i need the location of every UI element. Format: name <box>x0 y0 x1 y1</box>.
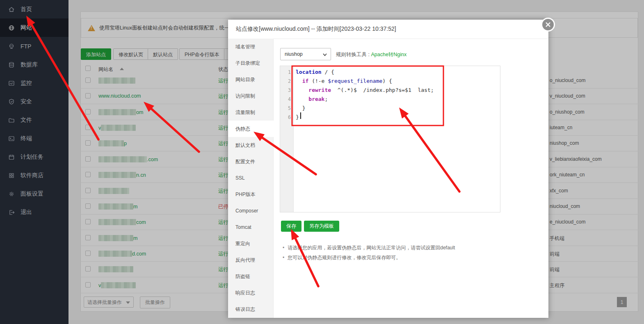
modal-menu-item[interactable]: Composer <box>228 203 273 219</box>
code-line: if (!-e $request_filename) { <box>296 77 392 86</box>
modal-menu-item[interactable]: 子目录绑定 <box>228 55 273 71</box>
modal-menu-item[interactable]: 重定向 <box>228 235 273 252</box>
chevron-down-icon <box>322 52 327 57</box>
save-as-template-button[interactable]: 另存为模板 <box>304 221 339 232</box>
modal-menu-item[interactable]: 响应日志 <box>228 285 273 301</box>
save-button[interactable]: 保存 <box>281 221 301 232</box>
modal-menu-item[interactable]: 防盗链 <box>228 268 273 285</box>
line-number: 4 <box>281 95 291 104</box>
modal-menu-item[interactable]: 伪静态 <box>228 121 274 137</box>
line-number: 5 <box>281 104 291 113</box>
app-select-value: niushop <box>285 51 303 57</box>
modal-menu-item[interactable]: 流量限制 <box>228 104 273 121</box>
code-line: rewrite ^(.*)$ /index.php?s=$1 last; <box>296 86 434 95</box>
modal-menu-item[interactable]: 默认文档 <box>228 137 273 153</box>
code-line: } <box>296 104 305 113</box>
close-icon[interactable] <box>541 18 555 32</box>
modal-menu: 域名管理子目录绑定网站目录访问限制流量限制伪静态默认文档配置文件SSLPHP版本… <box>228 39 274 318</box>
code-line: location / { <box>296 68 334 77</box>
line-number: 6 <box>281 113 291 122</box>
editor-gutter: 123456 <box>280 66 294 212</box>
modal-menu-item[interactable]: 配置文件 <box>228 153 273 170</box>
note-line: 请选择您的应用，若设置伪静态后，网站无法正常访问，请尝试设置回default <box>283 244 455 251</box>
modal-menu-item[interactable]: 域名管理 <box>228 39 273 55</box>
modal-menu-item[interactable]: Tomcat <box>228 219 273 235</box>
modal-menu-item[interactable]: PHP版本 <box>228 186 273 203</box>
rewrite-code-editor[interactable]: 123456 location / { if (!-e $request_fil… <box>280 66 500 212</box>
code-line: break; <box>296 95 328 104</box>
note-line: 您可以对伪静态规则进行修改，修改完后保存即可。 <box>283 254 401 261</box>
rule-convert-label: 规则转换工具 : Apache转Nginx <box>336 51 406 58</box>
modal-header-divider <box>228 39 548 39</box>
editor-active-line <box>294 111 500 120</box>
modal-title: 站点修改[www.niucloud.com] -- 添加时间[2023-03-2… <box>236 25 396 33</box>
site-edit-modal: 站点修改[www.niucloud.com] -- 添加时间[2023-03-2… <box>228 20 548 318</box>
line-number: 3 <box>281 86 291 95</box>
code-line: } <box>296 113 299 122</box>
line-number: 2 <box>281 77 291 86</box>
line-number: 1 <box>281 68 291 77</box>
modal-menu-item[interactable]: 网站目录 <box>228 71 273 88</box>
rewrite-app-select[interactable]: niushop <box>280 48 331 60</box>
modal-menu-item[interactable]: 错误日志 <box>228 301 273 317</box>
apache-to-nginx-link[interactable]: Apache转Nginx <box>371 52 406 57</box>
editor-cursor <box>300 112 301 119</box>
modal-menu-item[interactable]: 访问限制 <box>228 88 273 104</box>
modal-menu-item[interactable]: 反向代理 <box>228 252 273 268</box>
modal-menu-item[interactable]: SSL <box>228 170 273 186</box>
